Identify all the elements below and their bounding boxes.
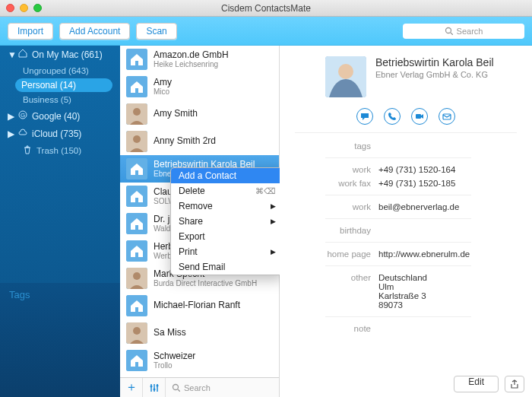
disclosure-triangle-icon: ▼	[8, 49, 14, 60]
contact-name: Amazon.de GmbH	[154, 50, 229, 60]
field-value: +49 (731) 1520-185	[378, 179, 517, 188]
zoom-window-button[interactable]	[33, 4, 42, 12]
chat-icon	[360, 112, 369, 121]
field-value	[378, 226, 517, 235]
global-search-input[interactable]: Search	[403, 24, 524, 39]
share-button[interactable]	[505, 376, 524, 392]
field-divider	[325, 157, 471, 158]
context-menu-item[interactable]: Export	[171, 229, 283, 244]
field-divider	[325, 195, 471, 195]
menu-shortcut: ⌘⌫	[255, 186, 276, 196]
window-title: Cisdem ContactsMate	[0, 3, 532, 14]
sidebar-item[interactable]: ▶iCloud (735)	[0, 125, 120, 142]
detail-field: work beil@ebnerverlag.de	[280, 200, 517, 214]
contact-avatar	[126, 186, 147, 207]
detail-name: Betriebswirtin Karola Beil	[375, 56, 494, 68]
field-label: note	[280, 324, 378, 333]
contact-avatar	[126, 350, 147, 371]
sidebar-item-label: Personal (14)	[21, 80, 76, 91]
svg-text:G: G	[21, 112, 25, 119]
context-menu-item[interactable]: Send Email	[171, 259, 283, 275]
sidebar-item[interactable]: ▶GGoogle (40)	[0, 107, 120, 125]
sidebar-item[interactable]: ▼On My Mac (661)	[0, 46, 120, 63]
field-divider	[325, 316, 471, 317]
contact-name: Sa Miss	[154, 328, 186, 338]
contact-avatar	[126, 295, 147, 316]
svg-point-16	[156, 384, 158, 386]
scan-button[interactable]: Scan	[136, 23, 176, 40]
field-value	[378, 324, 517, 333]
field-label: work	[280, 202, 378, 211]
video-button[interactable]	[411, 108, 428, 125]
menu-item-label: Share	[179, 216, 203, 227]
menu-item-label: Export	[179, 231, 205, 242]
email-button[interactable]	[439, 108, 455, 125]
global-search-placeholder: Search	[457, 27, 483, 36]
detail-field: other Deutschland Ulm Karlstraße 3 89073	[280, 271, 517, 312]
field-divider	[325, 218, 471, 219]
context-menu-item[interactable]: Print▶	[171, 244, 283, 259]
detail-field: tags	[280, 139, 517, 153]
contact-row[interactable]: Amazon.de GmbH Heike Leichsenring	[120, 46, 279, 73]
context-menu-item[interactable]: Add a Contact	[171, 168, 283, 183]
sidebar-item[interactable]: Ungrouped (643)	[0, 63, 120, 78]
contact-avatar	[126, 322, 147, 344]
contact-avatar	[126, 158, 147, 179]
search-icon	[172, 383, 180, 392]
sidebar-item-label: Ungrouped (643)	[23, 66, 89, 75]
menu-item-label: Send Email	[179, 262, 225, 272]
submenu-arrow-icon: ▶	[271, 248, 276, 256]
field-label: work fax	[280, 179, 378, 188]
contact-avatar	[126, 240, 147, 262]
toolbar: Import Add Account Scan Search	[0, 17, 532, 46]
mail-icon	[442, 112, 451, 121]
detail-field: work fax +49 (731) 1520-185	[280, 176, 517, 190]
menu-item-label: Add a Contact	[179, 170, 236, 181]
sidebar-item[interactable]: Business (5)	[0, 92, 120, 107]
field-divider	[325, 265, 471, 266]
sidebar: ▼On My Mac (661)Ungrouped (643)Personal …	[0, 46, 120, 397]
list-settings-button[interactable]	[143, 378, 166, 398]
contact-name: Amy Smith	[154, 109, 198, 119]
contact-row[interactable]: Sa Miss	[120, 319, 279, 347]
add-contact-button[interactable]: ＋	[120, 378, 143, 398]
search-icon	[445, 27, 453, 35]
minimize-window-button[interactable]	[20, 4, 28, 12]
close-window-button[interactable]	[6, 4, 14, 12]
share-icon	[510, 380, 519, 389]
context-menu-item[interactable]: Remove▶	[171, 198, 283, 214]
context-menu: Add a ContactDelete⌘⌫Remove▶Share▶Export…	[170, 167, 284, 275]
edit-button[interactable]: Edit	[454, 376, 499, 392]
context-menu-item[interactable]: Delete⌘⌫	[171, 183, 283, 198]
field-value: beil@ebnerverlag.de	[378, 202, 517, 211]
trash-icon	[23, 145, 32, 156]
call-button[interactable]	[384, 108, 401, 125]
context-menu-item[interactable]: Share▶	[171, 214, 283, 229]
contact-avatar	[126, 213, 147, 234]
contact-row[interactable]: Schweizer Trollo	[120, 347, 279, 374]
contact-row[interactable]: Michael-Florian Ranft	[120, 292, 279, 319]
contact-avatar	[126, 76, 147, 97]
home-icon	[18, 49, 27, 60]
message-button[interactable]	[356, 108, 373, 125]
field-label: work	[280, 165, 378, 174]
menu-item-label: Delete	[179, 186, 205, 196]
svg-point-14	[150, 385, 152, 387]
sidebar-item[interactable]: Trash (150)	[0, 142, 120, 159]
detail-avatar	[325, 56, 366, 97]
contact-row[interactable]: Amy Smith	[120, 100, 279, 128]
contact-avatar	[126, 131, 147, 152]
video-icon	[415, 112, 424, 121]
contact-name: Anny Smith 2rd	[154, 136, 216, 146]
contact-row[interactable]: Amy Mico	[120, 73, 279, 100]
add-account-button[interactable]: Add Account	[59, 23, 130, 40]
list-search-input[interactable]: Search	[166, 383, 279, 392]
sidebar-item-selected[interactable]: Personal (14)	[15, 78, 112, 92]
import-button[interactable]: Import	[8, 23, 53, 40]
contact-name: Michael-Florian Ranft	[154, 300, 240, 310]
contact-avatar	[126, 49, 147, 70]
menu-item-label: Print	[179, 246, 198, 257]
sidebar-item-label: On My Mac (661)	[32, 49, 103, 60]
contact-row[interactable]: Anny Smith 2rd	[120, 128, 279, 155]
menu-item-label: Remove	[179, 201, 213, 211]
